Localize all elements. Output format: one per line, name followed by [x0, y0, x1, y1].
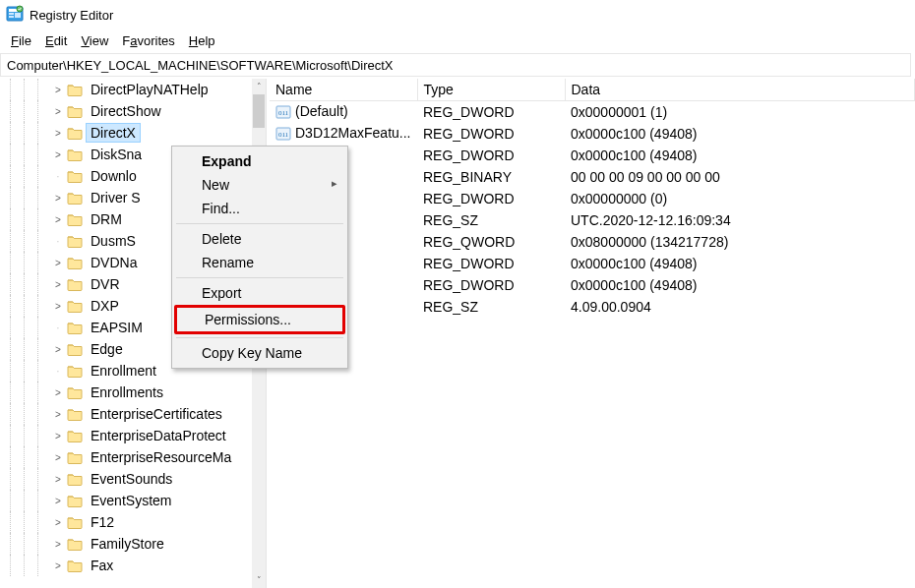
cm-permissions[interactable]: Permissions...	[174, 305, 345, 334]
cm-export[interactable]: Export	[174, 281, 345, 305]
menu-favorites[interactable]: Favorites	[115, 32, 181, 49]
tree-item-label: DirectX	[87, 124, 140, 142]
menu-file[interactable]: File	[4, 32, 38, 49]
chevron-right-icon[interactable]: >	[51, 452, 65, 463]
tree-item-label: DusmS	[87, 232, 140, 250]
scroll-up-button[interactable]: ˄	[252, 79, 266, 94]
tree-item-label: EnterpriseResourceMa	[87, 448, 235, 466]
svg-rect-3	[9, 16, 14, 18]
chevron-right-icon[interactable]: >	[51, 387, 65, 398]
table-row[interactable]: MinFeatur...REG_DWORD0x0000c100 (49408)	[270, 145, 915, 166]
table-row[interactable]: tureLevelREG_DWORD0x0000c100 (49408)	[270, 253, 915, 274]
address-bar[interactable]: Computer\HKEY_LOCAL_MACHINE\SOFTWARE\Mic…	[0, 53, 911, 77]
main: >DirectPlayNATHelp>DirectShow>DirectX>Di…	[0, 79, 915, 588]
folder-icon	[67, 147, 83, 161]
table-row[interactable]: 011(Default)REG_DWORD0x00000001 (1)	[270, 101, 915, 123]
column-header-name[interactable]: Name	[270, 79, 417, 101]
tree-item-label: DRM	[87, 210, 126, 228]
chevron-right-icon[interactable]: >	[51, 85, 65, 95]
tree-item-label: EAPSIM	[87, 319, 147, 336]
chevron-right-icon[interactable]: >	[51, 214, 65, 225]
value-data: 4.09.00.0904	[565, 296, 915, 318]
tree-item[interactable]: >FamilyStore	[0, 533, 254, 555]
scroll-thumb[interactable]	[253, 94, 265, 128]
column-header-data[interactable]: Data	[565, 79, 915, 101]
table-row[interactable]: 011D3D12MaxFeatu...REG_DWORD0x0000c100 (…	[270, 123, 915, 145]
tree-item-label: Downlo	[87, 167, 141, 185]
chevron-right-icon[interactable]: >	[51, 474, 65, 485]
table-row[interactable]: REG_SZ4.09.00.0904	[270, 296, 915, 318]
tree-item[interactable]: >EventSystem	[0, 490, 254, 511]
tree-item-label: EventSystem	[87, 492, 175, 509]
folder-icon	[67, 537, 83, 551]
value-type: REG_SZ	[417, 209, 565, 231]
value-type: REG_DWORD	[417, 101, 565, 123]
cm-new[interactable]: New	[174, 173, 345, 197]
folder-icon	[67, 299, 83, 313]
tree-item-label: DiskSna	[87, 146, 146, 163]
value-data: 0x08000000 (134217728)	[565, 231, 915, 253]
chevron-right-icon[interactable]: >	[51, 409, 65, 420]
value-data: 00 00 00 09 00 00 00 00	[565, 166, 915, 188]
folder-icon	[67, 212, 83, 226]
tree-item[interactable]: >DirectX	[0, 122, 254, 144]
tree-item-label: DXP	[87, 297, 123, 315]
tree-item-label: EventSounds	[87, 470, 176, 488]
value-data: 0x00000001 (1)	[565, 101, 915, 123]
table-row[interactable]: laterStart...REG_SZUTC.2020-12-12.16:09:…	[270, 209, 915, 231]
tree-item-label: Enrollments	[87, 383, 167, 401]
chevron-right-icon[interactable]: >	[51, 301, 65, 312]
tree-item[interactable]: >Fax	[0, 555, 254, 576]
folder-icon	[67, 385, 83, 399]
chevron-right-icon[interactable]: >	[51, 128, 65, 139]
tree-item[interactable]: >EnterpriseResourceMa	[0, 446, 254, 468]
chevron-right-icon[interactable]: >	[51, 344, 65, 355]
tree-item[interactable]: >DirectPlayNATHelp	[0, 79, 254, 100]
chevron-right-icon[interactable]: >	[51, 193, 65, 204]
menu-view[interactable]: View	[74, 32, 115, 49]
chevron-right-icon[interactable]: >	[51, 279, 65, 290]
tree-item-label: Enrollment	[87, 362, 160, 380]
table-row[interactable]: tureLevelREG_DWORD0x0000c100 (49408)	[270, 274, 915, 296]
svg-text:011: 011	[278, 109, 289, 117]
menu-edit[interactable]: Edit	[38, 32, 74, 49]
column-header-type[interactable]: Type	[417, 79, 565, 101]
chevron-right-icon[interactable]: >	[51, 149, 65, 160]
chevron-right-icon[interactable]: >	[51, 106, 65, 117]
folder-icon	[67, 559, 83, 572]
scroll-down-button[interactable]: ˅	[252, 572, 266, 588]
tree-item[interactable]: >Enrollments	[0, 382, 254, 403]
table-row[interactable]: dicatedVi...REG_QWORD0x08000000 (1342177…	[270, 231, 915, 253]
cm-separator	[176, 337, 343, 338]
window-title: Registry Editor	[30, 8, 113, 23]
tree-item[interactable]: >EnterpriseDataProtect	[0, 425, 254, 446]
tree-item[interactable]: >EventSounds	[0, 468, 254, 490]
chevron-right-icon[interactable]: >	[51, 431, 65, 441]
chevron-right-icon[interactable]: >	[51, 560, 65, 571]
cm-rename[interactable]: Rename	[174, 251, 345, 274]
tree-item-label: DirectShow	[87, 102, 165, 120]
svg-text:011: 011	[278, 131, 289, 139]
chevron-right-icon[interactable]: >	[51, 539, 65, 550]
value-type: REG_BINARY	[417, 166, 565, 188]
table-row[interactable]: laterStart...REG_DWORD0x00000000 (0)	[270, 188, 915, 209]
folder-icon	[67, 429, 83, 442]
tree-item[interactable]: >EnterpriseCertificates	[0, 403, 254, 425]
table-row[interactable]: dVersionREG_BINARY00 00 00 09 00 00 00 0…	[270, 166, 915, 188]
cm-delete[interactable]: Delete	[174, 227, 345, 251]
value-type: REG_DWORD	[417, 145, 565, 166]
menu-help[interactable]: Help	[182, 32, 222, 49]
cm-copy-key-name[interactable]: Copy Key Name	[174, 341, 345, 365]
tree-item[interactable]: >DirectShow	[0, 100, 254, 122]
chevron-right-icon[interactable]: >	[51, 258, 65, 268]
chevron-right-icon[interactable]: >	[51, 496, 65, 506]
value-type: REG_DWORD	[417, 123, 565, 145]
tree-item-label: Fax	[87, 557, 117, 574]
folder-icon	[67, 191, 83, 205]
dword-icon: 011	[275, 126, 291, 142]
cm-expand[interactable]: Expand	[174, 149, 345, 173]
chevron-right-icon[interactable]: >	[51, 517, 65, 528]
cm-find[interactable]: Find...	[174, 197, 345, 220]
tree-item[interactable]: >F12	[0, 511, 254, 533]
folder-icon	[67, 83, 83, 96]
